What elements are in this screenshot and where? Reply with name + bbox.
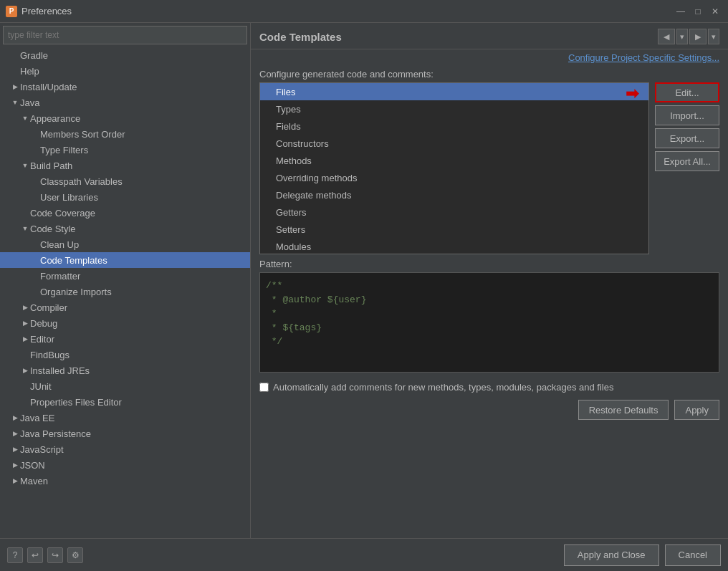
sidebar-item-type-filters[interactable]: Type Filters xyxy=(0,142,250,158)
template-label-files: Files xyxy=(276,87,295,97)
tree-arrow-members-sort-order xyxy=(30,129,40,139)
tree-label-java-persistence: Java Persistence xyxy=(20,428,91,439)
nav-forward-button[interactable]: ▶ xyxy=(689,29,707,44)
template-label-delegate-methods: Delegate methods xyxy=(276,190,352,201)
template-item-constructors[interactable]: Constructors xyxy=(260,135,648,152)
close-button[interactable]: ✕ xyxy=(708,4,722,19)
nav-buttons: ◀ ▾ ▶ ▾ xyxy=(658,29,719,44)
maximize-button[interactable]: □ xyxy=(691,4,705,19)
import-button[interactable]: Import... xyxy=(655,105,719,125)
sidebar-item-clean-up[interactable]: Clean Up xyxy=(0,236,250,252)
sidebar-item-javascript[interactable]: JavaScript xyxy=(0,441,250,457)
tree-label-properties-files-editor: Properties Files Editor xyxy=(30,397,122,408)
nav-forward-dropdown[interactable]: ▾ xyxy=(708,29,719,44)
tree-label-java-ee: Java EE xyxy=(20,413,54,423)
sidebar-item-organize-imports[interactable]: Organize Imports xyxy=(0,284,250,299)
tree-container: GradleHelpInstall/UpdateJavaAppearanceMe… xyxy=(0,47,250,538)
tree-arrow-help xyxy=(10,66,20,76)
sidebar-item-members-sort-order[interactable]: Members Sort Order xyxy=(0,126,250,142)
auto-comment-label: Automatically add comments for new metho… xyxy=(273,382,613,393)
template-item-overriding-methods[interactable]: Overriding methods xyxy=(260,169,648,186)
template-item-types[interactable]: Types xyxy=(260,100,648,117)
template-item-methods[interactable]: Methods xyxy=(260,152,648,169)
template-item-getters[interactable]: Getters xyxy=(260,203,648,221)
export-all-button[interactable]: Export All... xyxy=(655,151,719,171)
export-button[interactable]: Export... xyxy=(655,128,719,148)
auto-comment-row: Automatically add comments for new metho… xyxy=(251,378,728,397)
tree-arrow-classpath-variables xyxy=(30,176,40,186)
tree-label-compiler: Compiler xyxy=(30,302,67,313)
sidebar-item-properties-files-editor[interactable]: Properties Files Editor xyxy=(0,394,250,410)
sidebar-item-java[interactable]: Java xyxy=(0,95,250,110)
nav-back-button[interactable]: ◀ xyxy=(658,29,675,44)
help-icon[interactable]: ? xyxy=(7,547,23,563)
tree-label-clean-up: Clean Up xyxy=(40,239,79,250)
template-item-files[interactable]: Files xyxy=(260,83,648,100)
sidebar-item-json[interactable]: JSON xyxy=(0,457,250,473)
configure-label: Configure generated code and comments: xyxy=(251,66,728,82)
template-label-constructors: Constructors xyxy=(276,138,329,149)
sidebar-item-junit[interactable]: JUnit xyxy=(0,378,250,394)
tree-label-installed-jres: Installed JREs xyxy=(30,365,90,376)
tree-label-maven: Maven xyxy=(20,476,48,486)
template-item-fields[interactable]: Fields xyxy=(260,117,648,135)
template-item-modules[interactable]: Modules xyxy=(260,238,648,254)
templates-panel: FilesTypesFieldsConstructorsMethodsOverr… xyxy=(251,82,728,254)
sidebar-item-code-style[interactable]: Code Style xyxy=(0,221,250,236)
sidebar-item-gradle[interactable]: Gradle xyxy=(0,47,250,63)
sidebar-item-debug[interactable]: Debug xyxy=(0,315,250,331)
sidebar-item-user-libraries[interactable]: User Libraries xyxy=(0,189,250,205)
sidebar-item-code-templates[interactable]: Code Templates xyxy=(0,252,250,268)
nav-back-dropdown[interactable]: ▾ xyxy=(676,29,688,44)
tree-arrow-java-ee xyxy=(10,413,20,423)
auto-comment-checkbox[interactable] xyxy=(259,383,269,392)
tree-arrow-java xyxy=(10,97,20,107)
tree-label-json: JSON xyxy=(20,460,45,471)
settings-icon[interactable]: ⚙ xyxy=(67,547,83,563)
tree-arrow-debug xyxy=(20,318,30,328)
sidebar-item-help[interactable]: Help xyxy=(0,63,250,79)
sidebar-item-install-update[interactable]: Install/Update xyxy=(0,79,250,95)
sidebar-item-compiler[interactable]: Compiler xyxy=(0,299,250,315)
sidebar-item-maven[interactable]: Maven xyxy=(0,473,250,489)
pattern-editor[interactable]: /** * @author ${user} * * ${tags} */ xyxy=(259,272,719,373)
sidebar-item-code-coverage[interactable]: Code Coverage xyxy=(0,205,250,221)
configure-link-container: Configure Project Specific Settings... xyxy=(251,49,728,66)
tree-label-organize-imports: Organize Imports xyxy=(40,287,112,297)
sidebar-item-java-ee[interactable]: Java EE xyxy=(0,410,250,426)
template-item-delegate-methods[interactable]: Delegate methods xyxy=(260,186,648,203)
redo-icon[interactable]: ↪ xyxy=(47,547,63,563)
sidebar-item-java-persistence[interactable]: Java Persistence xyxy=(0,426,250,441)
content-header: Code Templates ◀ ▾ ▶ ▾ xyxy=(251,23,728,49)
tree-label-code-style: Code Style xyxy=(30,224,76,234)
sidebar-item-editor[interactable]: Editor xyxy=(0,331,250,347)
sidebar-item-classpath-variables[interactable]: Classpath Variables xyxy=(0,173,250,189)
sidebar-item-formatter[interactable]: Formatter xyxy=(0,268,250,284)
tree-arrow-type-filters xyxy=(30,145,40,155)
edit-button[interactable]: Edit... xyxy=(655,82,719,102)
filter-input[interactable] xyxy=(3,26,247,44)
tree-label-findbugs: FindBugs xyxy=(30,350,70,360)
sidebar-item-installed-jres[interactable]: Installed JREs xyxy=(0,363,250,378)
template-label-types: Types xyxy=(276,104,301,115)
apply-button[interactable]: Apply xyxy=(674,400,719,420)
tree-label-formatter: Formatter xyxy=(40,271,80,282)
tree-arrow-clean-up xyxy=(30,239,40,249)
tree-label-classpath-variables: Classpath Variables xyxy=(40,176,123,187)
minimize-button[interactable]: — xyxy=(674,4,688,19)
bottom-right: Apply and Close Cancel xyxy=(564,544,721,566)
tree-label-user-libraries: User Libraries xyxy=(40,192,98,203)
template-label-fields: Fields xyxy=(276,121,301,132)
cancel-button[interactable]: Cancel xyxy=(665,544,721,566)
sidebar-item-appearance[interactable]: Appearance xyxy=(0,110,250,126)
titlebar: P Preferences — □ ✕ xyxy=(0,0,728,23)
sidebar-item-build-path[interactable]: Build Path xyxy=(0,158,250,173)
template-label-setters: Setters xyxy=(276,224,305,235)
apply-and-close-button[interactable]: Apply and Close xyxy=(564,544,659,566)
tree-arrow-user-libraries xyxy=(30,192,40,202)
sidebar-item-findbugs[interactable]: FindBugs xyxy=(0,347,250,363)
configure-project-link[interactable]: Configure Project Specific Settings... xyxy=(568,52,719,63)
template-item-setters[interactable]: Setters xyxy=(260,221,648,238)
restore-defaults-button[interactable]: Restore Defaults xyxy=(578,400,669,420)
undo-icon[interactable]: ↩ xyxy=(27,547,43,563)
